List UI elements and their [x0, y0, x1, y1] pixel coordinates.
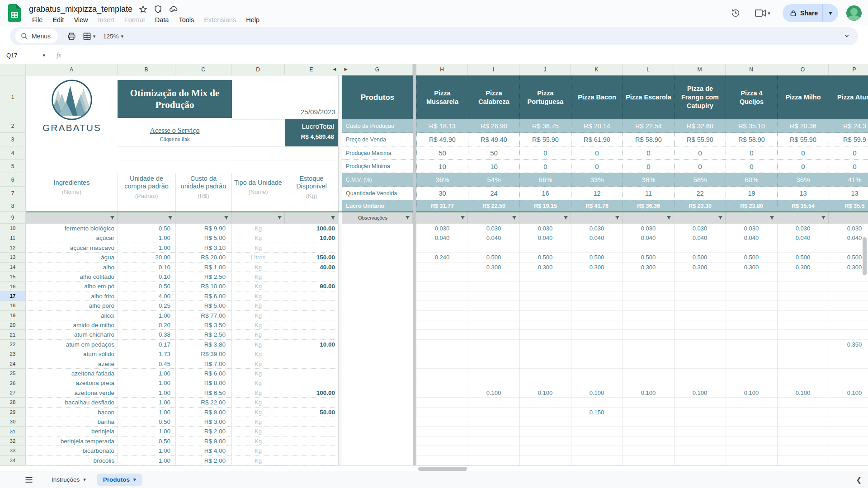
mix-quantity-cell[interactable]: 0.500: [726, 253, 777, 262]
ingredient-cost-cell[interactable]: R$ 3.10: [175, 243, 231, 253]
mix-quantity-cell[interactable]: 0.040: [726, 233, 777, 243]
ingredient-name-cell[interactable]: amido de milho: [26, 320, 118, 330]
ingredient-name-cell[interactable]: azeite: [26, 359, 118, 369]
row-header-26[interactable]: 26: [0, 378, 26, 388]
filter-icon[interactable]: [110, 216, 115, 221]
ingredient-stock-cell[interactable]: [285, 320, 338, 330]
vertical-scrollbar-thumb[interactable]: [863, 237, 867, 275]
ingredient-stock-cell[interactable]: [285, 272, 338, 282]
select-all-corner[interactable]: [0, 64, 26, 75]
mix-quantity-cell[interactable]: 0.030: [829, 224, 868, 233]
ingredient-cost-cell[interactable]: R$ 4.00: [175, 446, 231, 455]
col-header-I[interactable]: I: [468, 64, 519, 75]
row-header-28[interactable]: 28: [0, 398, 26, 407]
product-value-cell[interactable]: 66%: [519, 173, 571, 187]
sheet-title-box[interactable]: Otimização do Mix de Produção: [118, 80, 232, 118]
ingredient-unit-cell[interactable]: 0.25: [118, 301, 175, 310]
row-header-31[interactable]: 31: [0, 427, 26, 436]
ingredient-unit-cell[interactable]: 0.20: [118, 320, 175, 330]
mix-quantity-cell[interactable]: 0.500: [571, 253, 623, 262]
ingredient-stock-cell[interactable]: 100.00: [285, 388, 338, 398]
mix-quantity-cell[interactable]: 0.150: [571, 408, 623, 417]
horizontal-scrollbar-thumb[interactable]: [418, 467, 467, 471]
ingredient-cost-cell[interactable]: R$ 6.00: [175, 291, 231, 301]
hidden-col-left-arrow[interactable]: ◀: [332, 67, 337, 72]
sheet-tab-produtos[interactable]: Produtos▾: [97, 474, 142, 486]
row-header-24[interactable]: 24: [0, 359, 26, 369]
mix-quantity-cell[interactable]: 0.030: [571, 224, 623, 233]
ingredient-name-cell[interactable]: banha: [26, 417, 118, 427]
product-value-cell[interactable]: R$ 18.13: [416, 119, 468, 133]
col-header-G[interactable]: G: [342, 64, 413, 75]
ingredient-stock-cell[interactable]: [285, 369, 338, 378]
pizza-header-1[interactable]: Pizza Calabreza: [468, 75, 519, 119]
product-value-cell[interactable]: 0: [726, 160, 777, 173]
product-value-cell[interactable]: R$ 20.14: [571, 119, 623, 133]
col-header-E[interactable]: E: [285, 64, 338, 75]
ingredient-name-cell[interactable]: azeitona preta: [26, 378, 118, 388]
filter-icon[interactable]: [563, 216, 568, 221]
ingredient-cost-cell[interactable]: R$ 2.50: [175, 272, 231, 282]
ingredient-name-cell[interactable]: berinjela: [26, 427, 118, 436]
product-value-cell[interactable]: 36%: [777, 173, 829, 187]
ingredient-type-cell[interactable]: Kg: [231, 436, 285, 446]
ingredient-cost-cell[interactable]: R$ 39.00: [175, 349, 231, 359]
ingredient-stock-cell[interactable]: [285, 378, 338, 388]
col-header-L[interactable]: L: [623, 64, 674, 75]
col-header-K[interactable]: K: [571, 64, 623, 75]
filter-icon[interactable]: [405, 216, 410, 221]
product-value-cell[interactable]: R$ 32.60: [674, 119, 726, 133]
ingredient-col-header-0[interactable]: Ingredientes(Nome): [26, 173, 118, 201]
product-value-cell[interactable]: R$ 22.54: [623, 119, 674, 133]
ingredient-name-cell[interactable]: atum sólido: [26, 349, 118, 359]
mix-quantity-cell[interactable]: 0.100: [571, 388, 623, 398]
ingredient-stock-cell[interactable]: [285, 311, 338, 320]
ingredient-unit-cell[interactable]: 1.00: [118, 243, 175, 253]
row-header-3[interactable]: 3: [0, 133, 26, 146]
ingredient-name-cell[interactable]: atum chicharro: [26, 330, 118, 339]
product-value-cell[interactable]: 13: [829, 187, 868, 200]
ingredient-unit-cell[interactable]: 0.10: [118, 263, 175, 272]
product-value-cell[interactable]: 0: [571, 160, 623, 173]
product-value-cell[interactable]: 11: [623, 187, 674, 200]
mix-quantity-cell[interactable]: 0.500: [519, 253, 571, 262]
ingredient-cost-cell[interactable]: R$ 10.00: [175, 282, 231, 291]
mix-quantity-cell[interactable]: 0.500: [468, 253, 519, 262]
ingredient-cost-cell[interactable]: R$ 6.00: [175, 369, 231, 378]
mix-quantity-cell[interactable]: 0.300: [623, 263, 674, 272]
ingredient-cost-cell[interactable]: R$ 8.00: [175, 408, 231, 417]
ingredient-name-cell[interactable]: açúcar: [26, 233, 118, 243]
product-value-cell[interactable]: R$ 58.90: [623, 133, 674, 146]
row-header-15[interactable]: 15: [0, 272, 26, 282]
ingredient-unit-cell[interactable]: 1.00: [118, 311, 175, 320]
ingredient-type-cell[interactable]: Kg: [231, 301, 285, 310]
product-value-cell[interactable]: R$ 49.90: [416, 133, 468, 146]
row-header-27[interactable]: 27: [0, 388, 26, 398]
row-header-16[interactable]: 16: [0, 282, 26, 291]
ingredient-type-cell[interactable]: Kg: [231, 349, 285, 359]
row-header-12[interactable]: 12: [0, 243, 26, 253]
ingredient-stock-cell[interactable]: [285, 417, 338, 427]
mix-quantity-cell[interactable]: 0.350: [829, 340, 868, 349]
frozen-pane-divider[interactable]: [413, 64, 416, 465]
ingredient-col-header-1[interactable]: Unidade de compra padrão(Padrão): [118, 173, 175, 201]
ingredient-cost-cell[interactable]: R$ 1.00: [175, 263, 231, 272]
ingredient-type-cell[interactable]: Kg: [231, 291, 285, 301]
sheet-tab-instruções[interactable]: Instruções▾: [45, 474, 92, 486]
product-value-cell[interactable]: R$ 31.77: [416, 200, 468, 212]
ingredient-stock-cell[interactable]: [285, 291, 338, 301]
ingredient-name-cell[interactable]: fermento biológico: [26, 224, 118, 233]
ingredient-cost-cell[interactable]: R$ 9.00: [175, 436, 231, 446]
mix-quantity-cell[interactable]: 0.100: [726, 388, 777, 398]
ingredient-unit-cell[interactable]: 0.50: [118, 436, 175, 446]
row-header-17[interactable]: 17: [0, 291, 26, 301]
col-header-P[interactable]: P: [829, 64, 868, 75]
ingredient-cost-cell[interactable]: R$ 6.50: [175, 388, 231, 398]
product-value-cell[interactable]: 19: [726, 187, 777, 200]
ingredient-name-cell[interactable]: brócolis: [26, 456, 118, 465]
ingredient-type-cell[interactable]: Kg: [231, 340, 285, 349]
row-header-22[interactable]: 22: [0, 340, 26, 349]
ingredient-type-cell[interactable]: Kg: [231, 282, 285, 291]
ingredient-unit-cell[interactable]: 20.00: [118, 253, 175, 262]
filter-icon[interactable]: [615, 216, 620, 221]
